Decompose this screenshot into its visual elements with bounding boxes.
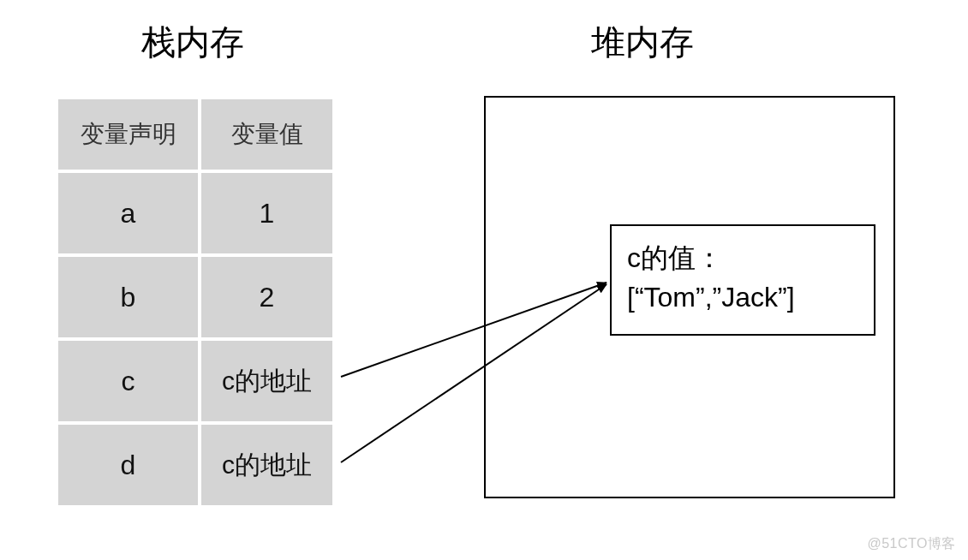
heap-inner-box: c的值： [“Tom”,”Jack”] [610,224,875,336]
watermark: @51CTO博客 [867,535,956,553]
cell-var-value: 1 [201,173,332,253]
stack-table: 变量声明 变量值 a 1 b 2 c c的地址 d c的地址 [55,96,336,509]
cell-var-name: d [58,425,198,505]
cell-var-name: a [58,173,198,253]
table-row: c c的地址 [58,341,332,421]
header-var-value: 变量值 [201,99,332,170]
stack-title: 栈内存 [141,19,244,66]
heap-inner-value: [“Tom”,”Jack”] [627,277,858,317]
table-row: d c的地址 [58,425,332,505]
cell-var-name: c [58,341,198,421]
cell-var-value: c的地址 [201,425,332,505]
heap-title: 堆内存 [591,19,694,66]
heap-box: c的值： [“Tom”,”Jack”] [484,96,895,498]
cell-var-value: 2 [201,257,332,337]
cell-var-name: b [58,257,198,337]
table-row: b 2 [58,257,332,337]
table-row: a 1 [58,173,332,253]
heap-inner-label: c的值： [627,238,858,277]
header-var-decl: 变量声明 [58,99,198,170]
table-header-row: 变量声明 变量值 [58,99,332,170]
cell-var-value: c的地址 [201,341,332,421]
